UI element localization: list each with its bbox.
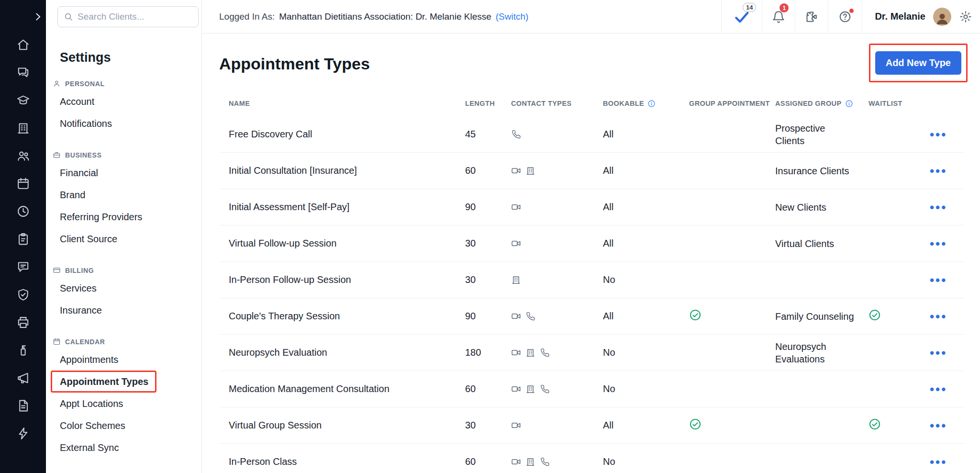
calendar-icon (53, 338, 61, 346)
rail-item-building[interactable] (0, 114, 46, 142)
row-actions-button[interactable]: ••• (930, 384, 947, 394)
row-actions-cell: ••• (921, 421, 964, 430)
check-circle-icon (689, 309, 702, 321)
sidebar-item-external-sync[interactable]: External Sync (51, 437, 127, 459)
check-circle-icon (689, 418, 702, 430)
user-avatar[interactable] (933, 8, 951, 26)
video-icon (511, 384, 521, 394)
appointment-name: Initial Assessment [Self-Pay] (219, 202, 457, 213)
help-button[interactable] (828, 0, 862, 33)
check-circle-icon (869, 309, 881, 321)
rail-item-people[interactable] (0, 142, 46, 169)
sidebar-section-business: BUSINESS FinancialBrandReferring Provide… (46, 151, 201, 250)
rail-item-clipboard[interactable] (0, 225, 46, 253)
rail-item-message-lines[interactable] (0, 253, 46, 281)
sidebar-item-services[interactable]: Services (51, 277, 105, 299)
notifications-button[interactable]: 1 (762, 0, 795, 33)
app-root: Settings PERSONAL AccountNotifications B… (0, 0, 980, 473)
rail-item-calendar[interactable] (0, 169, 46, 197)
contact-types (498, 129, 598, 139)
row-actions-button[interactable]: ••• (930, 203, 947, 212)
row-actions-button[interactable]: ••• (930, 130, 947, 139)
rail-item-dispenser[interactable] (0, 336, 46, 364)
help-icon (838, 10, 852, 23)
search-input[interactable] (78, 11, 192, 22)
rail-item-shield[interactable] (0, 281, 46, 308)
sidebar-item-appointments[interactable]: Appointments (51, 349, 126, 371)
sidebar-item-client-source[interactable]: Client Source (51, 228, 125, 250)
appointment-name: In-Person Follow-up Session (219, 274, 457, 285)
logged-in-label: Logged In As: (219, 11, 275, 22)
rail-item-document[interactable] (0, 392, 46, 419)
info-icon[interactable] (845, 100, 853, 108)
column-header-name: NAME (219, 100, 457, 107)
sidebar-item-brand[interactable]: Brand (51, 184, 93, 206)
row-actions-button[interactable]: ••• (930, 166, 947, 176)
megaphone-icon (16, 371, 30, 385)
rail-item-lightning[interactable] (0, 419, 46, 447)
video-icon (511, 457, 521, 467)
message-lines-icon (16, 260, 30, 274)
row-actions-button[interactable]: ••• (930, 275, 947, 285)
building-icon (16, 121, 30, 135)
length-value: 90 (457, 311, 498, 322)
clipboard-icon (16, 232, 30, 246)
sidebar-item-referring-providers[interactable]: Referring Providers (51, 206, 150, 228)
length-value: 60 (457, 383, 498, 394)
notifications-badge: 1 (780, 3, 789, 12)
assigned-group-value: Prospective Clients (775, 122, 869, 147)
contact-types (498, 384, 598, 394)
section-header: CALENDAR (53, 338, 201, 346)
sidebar-item-appt-locations[interactable]: Appt Locations (51, 393, 131, 415)
row-actions-button[interactable]: ••• (930, 312, 947, 321)
building-icon (511, 275, 521, 285)
bookable-value: No (598, 456, 689, 467)
group-appointment-value (689, 309, 775, 324)
row-actions-button[interactable]: ••• (930, 457, 947, 467)
highlight-box-add-button: Add New Type (869, 44, 968, 82)
row-actions-button[interactable]: ••• (930, 421, 947, 430)
row-actions-button[interactable]: ••• (930, 348, 947, 358)
sidebar-item-insurance[interactable]: Insurance (51, 299, 110, 321)
people-icon (16, 149, 30, 163)
add-new-type-button[interactable]: Add New Type (875, 51, 961, 75)
integrations-button[interactable] (795, 0, 828, 33)
phone-icon (540, 457, 550, 467)
rail-item-graduation-cap[interactable] (0, 86, 46, 114)
section-label: BUSINESS (65, 151, 101, 159)
phone-icon (540, 348, 550, 358)
sidebar-item-color-schemes[interactable]: Color Schemes (51, 415, 134, 437)
settings-title: Settings (60, 50, 201, 65)
sidebar-section-calendar: CALENDAR AppointmentsAppointment TypesAp… (46, 338, 201, 459)
length-value: 30 (457, 274, 498, 285)
contact-types (498, 457, 598, 467)
topbar: Logged In As: Manhattan Dietitians Assoc… (202, 0, 980, 34)
column-header-assigned-group: ASSIGNED GROUP (775, 100, 869, 108)
bookable-value: No (598, 274, 689, 285)
sidebar-item-account[interactable]: Account (51, 90, 102, 113)
tasks-button[interactable]: 14 (721, 0, 762, 33)
section-label: PERSONAL (65, 80, 105, 88)
shield-icon (16, 288, 30, 302)
expand-rail-button[interactable] (33, 11, 43, 22)
gear-icon[interactable] (959, 10, 972, 23)
switch-account-link[interactable]: (Switch) (496, 11, 529, 22)
rail-item-chat-bubbles[interactable] (0, 58, 46, 86)
bookable-value: No (598, 383, 689, 394)
assigned-group-value: Insurance Clients (775, 165, 869, 177)
rail-item-megaphone[interactable] (0, 364, 46, 392)
bookable-value: All (598, 129, 689, 140)
sidebar-item-financial[interactable]: Financial (51, 162, 106, 184)
document-icon (16, 399, 30, 413)
rail-item-printer[interactable] (0, 308, 46, 336)
appointment-name: Virtual Follow-up Session (219, 238, 457, 249)
sidebar-item-notifications[interactable]: Notifications (51, 113, 120, 135)
topbar-actions: 14 1 Dr. Melanie (721, 0, 980, 33)
rail-item-home[interactable] (0, 31, 46, 58)
user-name[interactable]: Dr. Melanie (875, 11, 925, 22)
rail-item-clock[interactable] (0, 197, 46, 225)
building-icon (525, 457, 535, 467)
row-actions-button[interactable]: ••• (930, 239, 947, 248)
sidebar-item-appointment-types[interactable]: Appointment Types (51, 371, 156, 393)
info-icon[interactable] (647, 100, 656, 108)
